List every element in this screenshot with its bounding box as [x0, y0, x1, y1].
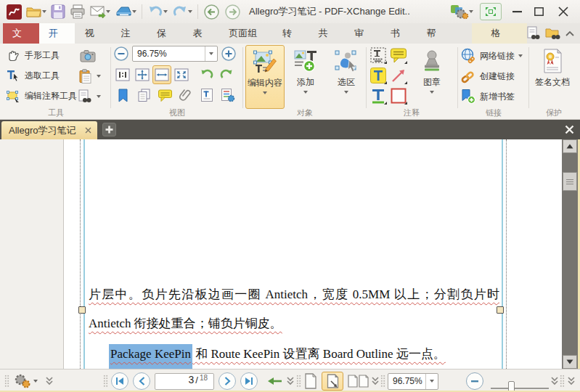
document-tab-active[interactable]: Allegro学习笔记	[1, 121, 97, 139]
create-link-button[interactable]: 创建链接	[460, 66, 515, 86]
zoom-in-button[interactable]	[221, 46, 237, 62]
previous-page-button[interactable]	[133, 372, 150, 390]
scrollbar-thumb[interactable]	[563, 172, 577, 191]
comments-pane-button[interactable]	[155, 86, 174, 105]
select-objects-button[interactable]: 选区	[327, 45, 366, 109]
search-icon[interactable]	[545, 26, 561, 41]
statusbar-overflow-icon[interactable]	[567, 372, 576, 390]
tab-review[interactable]: 审阅	[345, 23, 381, 44]
email-button[interactable]	[88, 2, 113, 21]
first-page-button[interactable]	[111, 372, 128, 390]
tab-help[interactable]: 帮助	[417, 23, 454, 44]
tab-view[interactable]: 视图	[75, 23, 111, 44]
bookmarks-pane-button[interactable]	[113, 86, 132, 105]
doc-text-line: Package KeePin 和 Route KeePin 设置离 Board …	[89, 346, 499, 364]
collapse-ribbon-icon[interactable]	[565, 30, 574, 36]
hand-tool-button[interactable]: 手形工具	[4, 46, 61, 65]
zoom-actual-size-button[interactable]	[113, 65, 132, 84]
content-pane-button[interactable]	[197, 86, 216, 105]
open-button[interactable]	[24, 2, 49, 21]
edit-content-button[interactable]: 编辑内容	[245, 45, 285, 109]
edit-comment-tool-button[interactable]: 编辑注释工具	[4, 86, 78, 105]
launch-applications-button[interactable]	[448, 2, 475, 21]
scroll-up-button[interactable]	[563, 139, 577, 153]
fit-width-button[interactable]	[152, 65, 171, 84]
undo-button[interactable]	[145, 2, 170, 21]
thumbnails-pane-button[interactable]	[134, 86, 153, 105]
tab-format[interactable]: 格式	[472, 23, 527, 44]
layout-expand-icon[interactable]	[371, 372, 380, 390]
save-button[interactable]	[49, 2, 68, 21]
attachments-pane-button[interactable]	[176, 86, 195, 105]
back-view-button[interactable]	[201, 2, 222, 21]
previous-view-button[interactable]	[267, 372, 283, 390]
zoom-expand-icon[interactable]	[550, 372, 559, 390]
vertical-scrollbar[interactable]	[562, 139, 578, 369]
snapshot-button[interactable]	[78, 46, 97, 65]
page-number-field[interactable]: 3 / 18	[155, 372, 214, 390]
stamp-button[interactable]: 图章	[411, 45, 453, 109]
highlight-text-tool-button[interactable]	[369, 66, 388, 85]
maximize-button[interactable]	[528, 2, 550, 21]
add-object-button[interactable]: 添加	[286, 45, 325, 109]
status-zoom-combobox[interactable]: 96.75%	[388, 372, 438, 390]
tab-form[interactable]: 表单	[184, 23, 220, 44]
fit-page-button[interactable]	[172, 65, 191, 84]
tab-convert[interactable]: 转换	[273, 23, 309, 44]
ribbon-undo-button[interactable]	[197, 65, 216, 84]
close-button[interactable]	[550, 2, 577, 21]
sign-document-button[interactable]: 签名文档	[530, 44, 575, 107]
sticky-note-tool-button[interactable]	[389, 46, 408, 65]
print-button[interactable]	[68, 2, 88, 21]
select-tool-button[interactable]: 选取工具	[4, 66, 61, 85]
document-tab-close-icon[interactable]	[83, 127, 93, 134]
tab-protect[interactable]: 保护	[147, 23, 184, 44]
rectangle-tool-button[interactable]	[389, 86, 408, 105]
tab-comment[interactable]: 注释	[111, 23, 147, 44]
paste-button[interactable]	[77, 67, 102, 86]
scroll-down-button[interactable]	[563, 355, 577, 369]
scan-button[interactable]	[113, 2, 139, 21]
page-left-edge	[0, 139, 64, 369]
tab-share[interactable]: 共享	[309, 23, 345, 44]
textbox-guide-right	[506, 139, 507, 369]
forward-view-button[interactable]	[222, 2, 243, 21]
two-page-layout-button[interactable]	[348, 372, 369, 390]
properties-pane-button[interactable]	[218, 86, 237, 105]
ribbon-zoom-combobox[interactable]: 96.75%	[132, 46, 218, 62]
find-icon[interactable]	[527, 26, 541, 41]
ribbon-group-view: 96.75%	[113, 44, 241, 119]
status-zoom-out-button[interactable]	[466, 372, 483, 390]
add-bookmark-button[interactable]: 新增书签	[460, 86, 515, 107]
redo-button[interactable]	[170, 2, 195, 21]
ribbon-redo-button[interactable]	[217, 65, 236, 84]
close-document-button[interactable]	[565, 125, 574, 134]
status-options-button[interactable]	[12, 372, 38, 390]
fullscreen-button[interactable]	[480, 3, 502, 20]
typewriter-tool-button[interactable]	[369, 46, 388, 65]
underline-text-tool-button[interactable]	[369, 86, 388, 105]
textbox-handle-left[interactable]	[78, 306, 86, 314]
tab-bookmarks[interactable]: 书签	[381, 23, 417, 44]
next-page-button[interactable]	[218, 372, 236, 390]
expand-panel-icon[interactable]	[45, 372, 54, 390]
tab-home[interactable]: 开始	[39, 23, 75, 44]
textbox-guide-left	[80, 139, 81, 369]
new-document-tab-button[interactable]	[102, 123, 116, 136]
fit-visible-button[interactable]	[133, 65, 152, 84]
tab-file[interactable]: 文件	[3, 23, 39, 44]
textbox-handle-right[interactable]	[497, 306, 504, 314]
find-button[interactable]	[77, 87, 102, 106]
fit-width-layout-button[interactable]	[322, 372, 343, 390]
web-link-button[interactable]: 网络链接	[460, 46, 523, 66]
tab-organize[interactable]: 页面组织	[219, 23, 272, 44]
last-page-button[interactable]	[240, 372, 258, 390]
zoom-dropdown-icon[interactable]	[205, 46, 217, 61]
zoom-out-button[interactable]	[113, 46, 129, 62]
arrow-tool-button[interactable]	[389, 66, 408, 85]
minimize-button[interactable]	[506, 2, 528, 21]
single-page-layout-button[interactable]	[304, 372, 316, 390]
view-history-expand-icon[interactable]	[286, 372, 295, 390]
certificate-icon	[541, 48, 564, 74]
doc-text-line: Antietch 衔接处重合；铺负片铜皮。	[89, 315, 499, 334]
